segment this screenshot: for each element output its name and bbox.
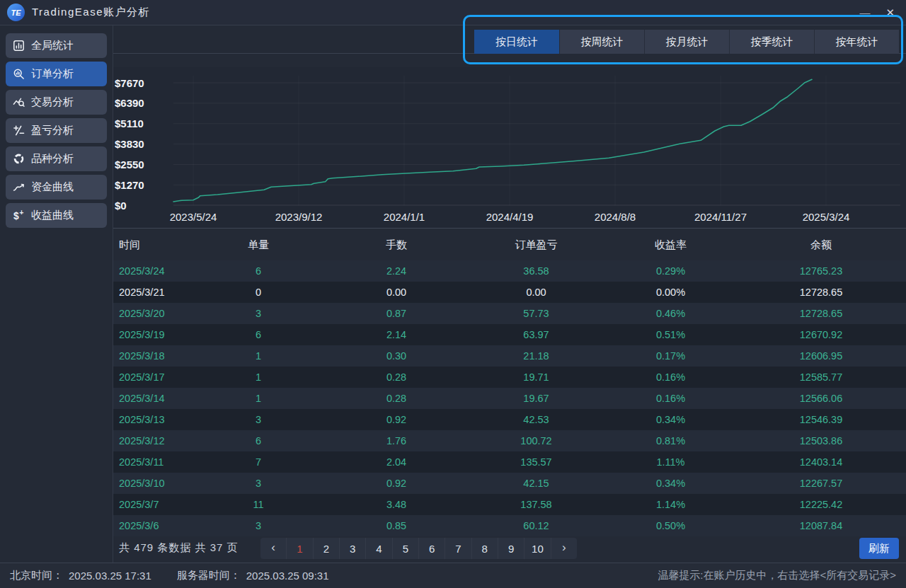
orders-cell: 1 xyxy=(191,371,326,383)
tab-5[interactable]: 按年统计 xyxy=(814,30,899,54)
balance-chart: $0$1270$2550$3830$5110$6390$76702023/5/2… xyxy=(113,67,906,229)
table-row[interactable]: 2025/3/2462.2436.580.29%12765.23 xyxy=(113,260,906,282)
page-button-5[interactable]: 5 xyxy=(392,538,418,559)
table-row[interactable]: 2025/3/1172.04135.571.11%12403.14 xyxy=(113,451,906,473)
orders-cell: 1 xyxy=(191,350,326,362)
sidebar-item-3[interactable]: 交易分析 xyxy=(6,90,107,115)
app-window: TE TradingEase账户分析 — ✕ 全局统计订单分析交易分析盈亏分析品… xyxy=(0,0,906,588)
balance-cell: 12546.39 xyxy=(736,414,906,425)
refresh-button[interactable]: 刷新 xyxy=(859,538,899,559)
svg-text:$6390: $6390 xyxy=(115,97,144,109)
page-button-2[interactable]: 2 xyxy=(313,538,339,559)
orders-cell: 6 xyxy=(191,329,326,340)
page-button-7[interactable]: 7 xyxy=(445,538,471,559)
return-curve-icon: $+ xyxy=(13,209,25,221)
table-row[interactable]: 2025/3/1962.1463.970.51%12670.92 xyxy=(113,324,906,345)
sidebar-item-1[interactable]: 全局统计 xyxy=(6,33,107,58)
orders-cell: 3 xyxy=(191,520,326,531)
table-row[interactable]: 2025/3/7113.48137.581.14%12225.42 xyxy=(113,494,906,515)
page-button-10[interactable]: 10 xyxy=(524,538,550,559)
balance-cell: 12765.23 xyxy=(736,265,906,277)
date-cell: 2025/3/10 xyxy=(113,478,191,489)
sidebar-item-6[interactable]: 资金曲线 xyxy=(6,175,107,200)
status-bar: 北京时间： 2025.03.25 17:31 服务器时间： 2025.03.25… xyxy=(0,563,906,588)
date-cell: 2025/3/20 xyxy=(113,308,191,319)
sidebar-item-label: 盈亏分析 xyxy=(31,124,74,137)
date-cell: 2025/3/14 xyxy=(113,393,191,404)
tab-4[interactable]: 按季统计 xyxy=(729,30,814,54)
chevron-left-icon[interactable]: ‹ xyxy=(260,538,286,559)
tab-2[interactable]: 按周统计 xyxy=(559,30,644,54)
pnl-cell: 19.67 xyxy=(467,393,605,404)
column-header-2: 单量 xyxy=(191,238,326,252)
table-row[interactable]: 2025/3/1330.9242.530.34%12546.39 xyxy=(113,409,906,430)
page-button-4[interactable]: 4 xyxy=(365,538,391,559)
beijing-time-value: 2025.03.25 17:31 xyxy=(69,570,151,582)
sidebar-item-label: 订单分析 xyxy=(31,67,74,81)
rate-cell: 0.17% xyxy=(605,350,736,362)
table-row[interactable]: 2025/3/1410.2819.670.16%12566.06 xyxy=(113,388,906,409)
page-button-3[interactable]: 3 xyxy=(339,538,365,559)
sidebar-item-2[interactable]: 订单分析 xyxy=(6,62,107,86)
table-body: 2025/3/2462.2436.580.29%12765.232025/3/2… xyxy=(113,260,906,536)
sidebar-item-4[interactable]: 盈亏分析 xyxy=(6,118,107,143)
date-cell: 2025/3/17 xyxy=(113,371,191,383)
pnl-cell: 137.58 xyxy=(467,499,605,510)
lots-cell: 0.28 xyxy=(326,393,467,404)
balance-cell: 12087.84 xyxy=(736,520,906,531)
lots-cell: 0.28 xyxy=(326,371,467,383)
window-title: TradingEase账户分析 xyxy=(32,6,150,19)
close-icon[interactable]: ✕ xyxy=(885,6,895,19)
rate-cell: 0.81% xyxy=(605,435,736,446)
page-button-1[interactable]: 1 xyxy=(286,538,312,559)
title-bar: TE TradingEase账户分析 — ✕ xyxy=(0,0,906,25)
svg-text:$2550: $2550 xyxy=(115,158,144,171)
pagination-bar: 共 479 条数据 共 37 页 ‹12345678910› 刷新 xyxy=(113,536,906,562)
server-time-label: 服务器时间： xyxy=(177,569,241,582)
balance-cell: 12728.65 xyxy=(736,308,906,319)
date-cell: 2025/3/7 xyxy=(113,499,191,510)
pnl-cell: 42.53 xyxy=(467,414,605,425)
period-tabs: 按日统计按周统计按月统计按季统计按年统计 xyxy=(474,30,899,54)
table-row[interactable]: 2025/3/1710.2819.710.16%12585.77 xyxy=(113,367,906,388)
tab-3[interactable]: 按月统计 xyxy=(644,30,729,54)
minimize-icon[interactable]: — xyxy=(859,9,870,16)
svg-text:2024/1/1: 2024/1/1 xyxy=(384,211,425,223)
lots-cell: 0.92 xyxy=(326,478,467,489)
page-button-8[interactable]: 8 xyxy=(471,538,498,559)
rate-cell: 0.34% xyxy=(605,478,736,489)
table-row[interactable]: 2025/3/630.8560.120.50%12087.84 xyxy=(113,515,906,536)
table-row[interactable]: 2025/3/1030.9242.150.34%12267.57 xyxy=(113,473,906,494)
chevron-right-icon[interactable]: › xyxy=(551,538,577,559)
sidebar-item-5[interactable]: 品种分析 xyxy=(6,146,107,171)
pnl-cell: 42.15 xyxy=(467,478,605,489)
table-row[interactable]: 2025/3/1810.3021.180.17%12606.95 xyxy=(113,345,906,367)
balance-cell: 12225.42 xyxy=(736,499,906,510)
lots-cell: 2.24 xyxy=(326,265,467,277)
sidebar-item-label: 品种分析 xyxy=(31,152,74,166)
date-cell: 2025/3/11 xyxy=(113,456,191,468)
table-header-row: 时间单量手数订单盈亏收益率余额 xyxy=(113,229,906,260)
pnl-cell: 21.18 xyxy=(467,350,605,362)
app-logo-icon: TE xyxy=(7,4,25,21)
pnl-cell: 135.57 xyxy=(467,456,605,468)
trade-analysis-icon xyxy=(13,96,25,108)
column-header-1: 时间 xyxy=(113,238,191,252)
pager: ‹12345678910› xyxy=(260,538,577,559)
rate-cell: 0.50% xyxy=(605,520,736,531)
date-cell: 2025/3/19 xyxy=(113,329,191,340)
sidebar-item-7[interactable]: $+收益曲线 xyxy=(6,203,107,228)
column-header-4: 订单盈亏 xyxy=(467,238,605,252)
orders-cell: 11 xyxy=(191,499,326,510)
tab-1[interactable]: 按日统计 xyxy=(474,30,559,54)
rate-cell: 0.16% xyxy=(605,371,736,383)
page-button-6[interactable]: 6 xyxy=(418,538,445,559)
page-button-9[interactable]: 9 xyxy=(498,538,524,559)
date-cell: 2025/3/13 xyxy=(113,414,191,425)
table-row[interactable]: 2025/3/2030.8757.730.46%12728.65 xyxy=(113,303,906,324)
variety-analysis-icon xyxy=(13,153,25,165)
table-row[interactable]: 2025/3/1261.76100.720.81%12503.86 xyxy=(113,430,906,451)
rate-cell: 0.29% xyxy=(605,265,736,277)
sidebar-item-label: 全局统计 xyxy=(31,39,74,52)
table-row[interactable]: 2025/3/2100.000.000.00%12728.65 xyxy=(113,282,906,303)
